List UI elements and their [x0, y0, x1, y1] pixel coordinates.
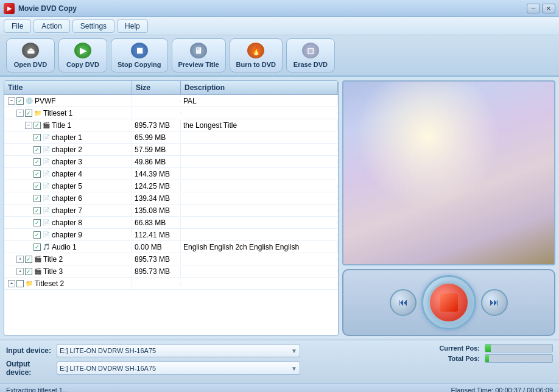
current-pos-bar: [485, 344, 553, 352]
tree-row: 📄 chapter 1 65.99 MB: [4, 131, 338, 144]
tree-cell-title: + 📁 Titleset 2: [4, 278, 132, 289]
burn-to-dvd-label: Burn to DVD: [236, 61, 276, 68]
tree-row: 📄 chapter 5 124.25 MB: [4, 180, 338, 192]
total-pos-fill: [485, 355, 489, 362]
checkbox[interactable]: [33, 170, 41, 178]
minimize-button[interactable]: ─: [527, 4, 540, 13]
tree-row: 📄 chapter 6 139.34 MB: [4, 192, 338, 205]
tree-cell-desc: [181, 112, 338, 114]
tree-label: Titleset 1: [43, 109, 72, 117]
tree-cell-title: 🎵 Audio 1: [4, 242, 132, 253]
checkbox[interactable]: [16, 97, 24, 105]
expand-btn[interactable]: +: [8, 280, 15, 287]
status-right: Elapsed Time: 00:00:37 / 00:06:09: [451, 387, 553, 393]
player-stop-button[interactable]: [427, 281, 470, 324]
output-device-dropdown[interactable]: E:] LITE-ON DVDRW SH-16A75 ▼: [57, 362, 300, 375]
checkbox[interactable]: [25, 268, 32, 275]
stop-copying-button[interactable]: ⏹ Stop Copying: [111, 38, 168, 72]
tree-cell-size: 49.86 MB: [132, 156, 181, 167]
checkbox[interactable]: [33, 243, 41, 251]
burn-to-dvd-button[interactable]: 🔥 Burn to DVD: [230, 38, 283, 72]
burn-to-dvd-icon: 🔥: [247, 43, 264, 58]
tree-cell-size: 0.00 MB: [132, 242, 181, 253]
tree-row: 📄 chapter 8 66.83 MB: [4, 217, 338, 229]
copy-dvd-button[interactable]: ▶ Copy DVD: [58, 38, 107, 72]
open-dvd-button[interactable]: ⏏ Open DVD: [6, 38, 55, 72]
tree-row: − 📁 Titleset 1: [4, 107, 338, 119]
tree-label: chapter 1: [52, 133, 82, 142]
erase-dvd-label: Erase DVD: [294, 61, 328, 68]
status-left: Extracting titleset 1...: [6, 387, 68, 393]
menu-help[interactable]: Help: [117, 19, 148, 33]
tree-cell-size: 895.73 MB: [132, 266, 181, 277]
output-device-label: Output device:: [6, 360, 52, 377]
total-pos-label: Total Pos:: [431, 355, 480, 362]
open-dvd-label: Open DVD: [14, 61, 47, 68]
input-device-label: Input device:: [6, 346, 52, 355]
player-next-button[interactable]: ⏭: [481, 289, 508, 316]
tree-cell-title: + 🎬 Title 2: [4, 254, 132, 265]
tree-cell-size: 895.73 MB: [132, 120, 181, 131]
expand-btn[interactable]: +: [16, 256, 24, 263]
tree-label: Title 2: [43, 255, 63, 264]
expand-btn[interactable]: −: [16, 110, 24, 117]
tree-cell-desc: [181, 270, 338, 273]
film-icon: 🎬: [33, 267, 42, 276]
disc-icon: 💿: [25, 97, 33, 105]
checkbox[interactable]: [16, 280, 24, 287]
player-prev-button[interactable]: ⏮: [390, 289, 417, 316]
tree-cell-size: 66.83 MB: [132, 217, 181, 228]
preview-title-button[interactable]: 🖥 Preview Title: [172, 38, 226, 72]
tree-panel[interactable]: Title Size Description − 💿 PVWF PAL − 📁: [4, 80, 339, 336]
expand-btn[interactable]: +: [16, 268, 24, 275]
expand-btn[interactable]: −: [25, 122, 32, 129]
copy-dvd-icon: ▶: [74, 43, 91, 58]
toolbar: ⏏ Open DVD ▶ Copy DVD ⏹ Stop Copying 🖥 P…: [0, 35, 559, 77]
tree-cell-desc: [181, 282, 338, 285]
checkbox[interactable]: [33, 231, 41, 239]
tree-label: chapter 9: [52, 231, 82, 239]
tree-cell-desc: [181, 149, 338, 151]
checkbox[interactable]: [25, 256, 32, 263]
tree-row: + 🎬 Title 2 895.73 MB: [4, 253, 338, 265]
checkbox[interactable]: [33, 219, 41, 226]
tree-cell-size: 112.41 MB: [132, 229, 181, 240]
total-pos-row: Total Pos:: [431, 354, 553, 363]
checkbox[interactable]: [33, 195, 41, 202]
checkbox[interactable]: [33, 134, 41, 141]
input-device-dropdown[interactable]: E:] LITE-ON DVDRW SH-16A75 ▼: [57, 344, 300, 357]
tree-cell-title: 📄 chapter 2: [4, 144, 132, 155]
checkbox[interactable]: [25, 110, 32, 117]
erase-dvd-button[interactable]: ◻ Erase DVD: [286, 38, 335, 72]
chapter-icon: 📄: [42, 158, 51, 166]
tree-cell-size: 124.25 MB: [132, 181, 181, 192]
tree-cell-size: [132, 112, 181, 114]
tree-cell-desc: [181, 209, 338, 212]
checkbox[interactable]: [33, 207, 41, 214]
tree-cell-size: 135.08 MB: [132, 205, 181, 216]
menu-action[interactable]: Action: [33, 19, 69, 33]
tree-cell-title: + 🎬 Title 3: [4, 266, 132, 277]
checkbox[interactable]: [33, 122, 41, 129]
current-pos-row: Current Pos:: [431, 344, 553, 352]
expand-btn[interactable]: −: [8, 97, 15, 105]
open-dvd-icon: ⏏: [22, 43, 39, 58]
status-bar: Extracting titleset 1... Elapsed Time: 0…: [0, 383, 559, 392]
tree-label: chapter 3: [52, 158, 82, 166]
bottom-area: Input device: E:] LITE-ON DVDRW SH-16A75…: [0, 340, 559, 383]
tree-cell-desc: English English 2ch English English: [181, 242, 338, 253]
chapter-icon: 📄: [42, 219, 51, 227]
dropdown-arrow: ▼: [291, 365, 297, 372]
checkbox[interactable]: [33, 183, 41, 190]
menu-file[interactable]: File: [4, 19, 31, 33]
tree-label: Title 1: [52, 121, 71, 130]
checkbox[interactable]: [33, 158, 41, 166]
checkbox[interactable]: [33, 146, 41, 153]
tree-row: − 💿 PVWF PAL: [4, 95, 338, 107]
tree-cell-desc: [181, 136, 338, 139]
tree-label: Titleset 2: [35, 279, 64, 288]
input-device-row: Input device: E:] LITE-ON DVDRW SH-16A75…: [6, 344, 421, 357]
close-button[interactable]: ✕: [542, 4, 555, 13]
tree-cell-desc: [181, 161, 338, 163]
menu-settings[interactable]: Settings: [72, 19, 114, 33]
